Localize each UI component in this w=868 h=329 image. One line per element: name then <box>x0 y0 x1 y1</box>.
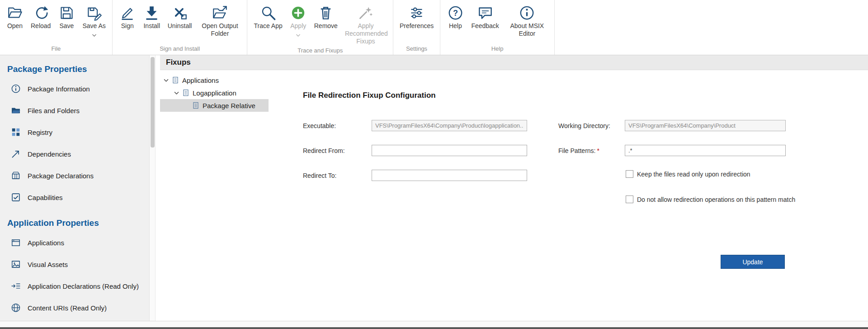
button-label: Apply <box>290 22 306 30</box>
button-label: Preferences <box>400 22 434 30</box>
sign-pen-icon <box>119 4 136 21</box>
workspace: Package Properties Package Information F… <box>0 55 868 321</box>
keep-read-only-checkbox[interactable]: Keep the files read only upon redirectio… <box>626 170 750 178</box>
ribbon-toolbar: Open Reload Save <box>0 0 868 55</box>
button-label: Trace App <box>254 22 282 30</box>
sidebar-item-files-and-folders[interactable]: Files and Folders <box>7 100 149 121</box>
sidebar-scrollbar[interactable] <box>149 55 156 321</box>
reload-button[interactable]: Reload <box>27 3 54 31</box>
redirect-to-input[interactable] <box>372 170 527 181</box>
feedback-button[interactable]: Feedback <box>467 3 502 31</box>
sign-button[interactable]: Sign <box>115 3 140 31</box>
fixups-tree: Applications Logapplication <box>160 70 269 321</box>
about-info-icon <box>519 4 536 21</box>
update-button[interactable]: Update <box>721 255 785 269</box>
tree-item-logapplication[interactable]: Logapplication <box>160 86 269 99</box>
checkbox-check-icon <box>11 192 21 202</box>
file-patterns-input[interactable] <box>625 145 786 156</box>
open-button[interactable]: Open <box>3 3 27 31</box>
dropdown-chevron-icon[interactable] <box>296 30 301 38</box>
sidebar-item-label: Visual Assets <box>28 261 68 268</box>
apply-recommended-fixups-button[interactable]: Apply Recommended Fixups <box>341 3 390 46</box>
trace-app-button[interactable]: Trace App <box>250 3 286 31</box>
preferences-button[interactable]: Preferences <box>396 3 437 31</box>
document-icon <box>192 102 199 109</box>
group-label-settings: Settings <box>394 44 439 55</box>
ribbon-group-help: ? Help Feedback About MSIX Editor <box>440 0 554 55</box>
sidebar-item-application-declarations[interactable]: Application Declarations (Read Only) <box>7 275 149 297</box>
horizontal-scrollbar[interactable] <box>0 321 868 327</box>
open-output-folder-icon <box>211 4 228 21</box>
window-bottom-edge <box>0 327 868 329</box>
save-as-icon <box>85 4 103 21</box>
open-output-folder-button[interactable]: Open Output Folder <box>195 3 244 38</box>
working-directory-label: Working Directory: <box>558 122 610 129</box>
uninstall-x-icon <box>171 4 189 21</box>
button-label: Remove <box>314 22 338 30</box>
sidebar-item-label: Capabilities <box>28 194 63 201</box>
trash-icon <box>317 4 335 21</box>
checkbox-box[interactable] <box>626 170 633 178</box>
uninstall-button[interactable]: Uninstall <box>164 3 196 31</box>
sidebar-item-content-uris[interactable]: Content URIs (Read Only) <box>7 297 149 319</box>
redirect-from-input[interactable] <box>372 145 527 156</box>
open-folder-icon <box>6 4 24 21</box>
chevron-down-icon[interactable] <box>174 91 181 95</box>
scrollbar-thumb[interactable] <box>151 57 155 148</box>
button-label: Save <box>59 22 74 30</box>
sidebar-item-label: Package Declarations <box>28 172 94 180</box>
sidebar-section-application-properties: Application Properties <box>7 218 149 228</box>
button-label: Uninstall <box>168 22 192 30</box>
sidebar-item-dependencies[interactable]: Dependencies <box>7 143 149 165</box>
sidebar-item-package-declarations[interactable]: Package Declarations <box>7 165 149 186</box>
tree-item-package-relative[interactable]: Package Relative <box>160 99 269 112</box>
button-label: Help <box>449 22 462 30</box>
checkbox-box[interactable] <box>626 195 633 203</box>
sidebar-item-label: Dependencies <box>28 150 71 158</box>
group-label-help: Help <box>441 44 553 55</box>
sidebar-item-package-information[interactable]: Package Information <box>7 78 149 100</box>
apply-button[interactable]: Apply <box>286 3 311 39</box>
ribbon-group-file: Open Reload Save <box>0 0 113 55</box>
sidebar-section-package-properties: Package Properties <box>7 64 149 74</box>
install-arrow-icon <box>143 4 160 21</box>
executable-input[interactable] <box>372 120 527 131</box>
tree-item-applications[interactable]: Applications <box>160 74 269 86</box>
app-window-icon <box>11 238 21 248</box>
required-asterisk: * <box>597 147 599 154</box>
save-as-button[interactable]: Save As <box>79 3 109 39</box>
sidebar-item-label: Files and Folders <box>28 107 80 114</box>
button-label: Apply Recommended Fixups <box>345 22 387 45</box>
sidebar-item-label: Applications <box>28 239 64 247</box>
sidebar-item-label: Package Information <box>28 85 90 93</box>
button-label: Open <box>7 22 23 30</box>
working-directory-input[interactable] <box>625 120 786 131</box>
remove-button[interactable]: Remove <box>311 3 341 31</box>
chevron-down-icon[interactable] <box>164 79 170 82</box>
tree-item-label: Logapplication <box>193 89 236 97</box>
navigation-sidebar: Package Properties Package Information F… <box>0 55 149 321</box>
sidebar-item-visual-assets[interactable]: Visual Assets <box>7 253 149 275</box>
checkbox-label: Do not allow redirection operations on t… <box>637 196 795 203</box>
arrow-list-icon <box>11 281 21 291</box>
apply-plus-icon <box>290 4 307 21</box>
folder-icon <box>11 105 21 115</box>
sidebar-item-capabilities[interactable]: Capabilities <box>7 186 149 208</box>
save-button[interactable]: Save <box>54 3 79 31</box>
help-icon: ? <box>447 4 464 21</box>
ribbon-group-trace-fixups: Trace App Apply Remove <box>247 0 393 55</box>
sidebar-item-label: Content URIs (Read Only) <box>28 304 107 312</box>
install-button[interactable]: Install <box>140 3 164 31</box>
sidebar-item-label: Application Declarations (Read Only) <box>28 282 139 290</box>
button-label: Open Output Folder <box>199 22 241 38</box>
ribbon-group-settings: Preferences Settings <box>393 0 440 55</box>
ribbon-group-sign-install: Sign Install Uninstall <box>113 0 248 55</box>
help-button[interactable]: ? Help <box>443 3 467 31</box>
sidebar-item-registry[interactable]: Registry <box>7 121 149 143</box>
about-msix-editor-button[interactable]: About MSIX Editor <box>503 3 552 38</box>
dropdown-chevron-icon[interactable] <box>92 30 97 38</box>
sidebar-item-applications[interactable]: Applications <box>7 232 149 253</box>
button-label: Install <box>143 22 160 30</box>
globe-icon <box>11 303 21 313</box>
no-redirect-operations-checkbox[interactable]: Do not allow redirection operations on t… <box>626 195 795 203</box>
